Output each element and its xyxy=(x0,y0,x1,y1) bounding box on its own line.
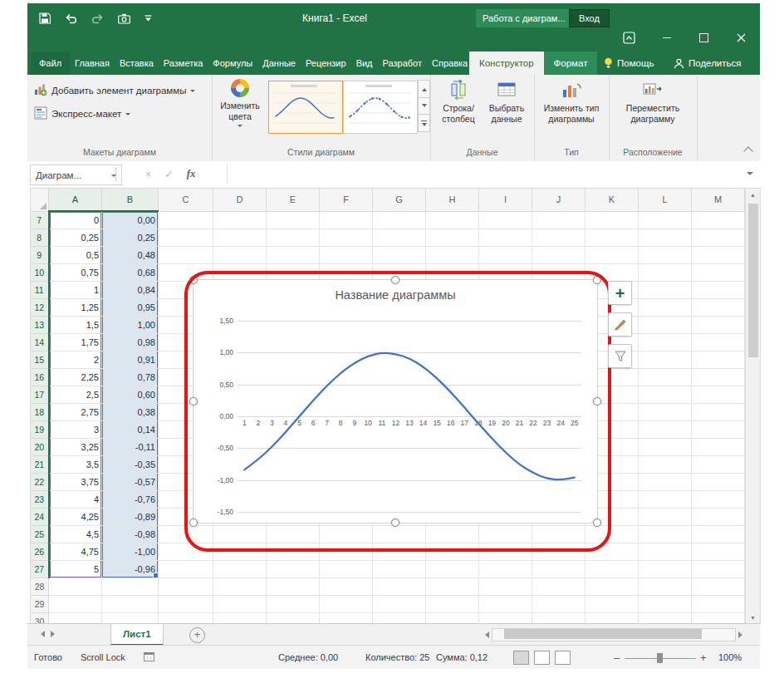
cell-A13[interactable]: 1,5 xyxy=(49,317,102,334)
select-all-corner[interactable] xyxy=(31,189,49,212)
cell-A15[interactable]: 2 xyxy=(49,351,102,369)
cell-I25[interactable] xyxy=(479,526,532,543)
view-page-layout-button[interactable] xyxy=(534,651,550,665)
cell-K9[interactable] xyxy=(586,247,639,264)
row-header-22[interactable]: 22 xyxy=(31,474,49,491)
cell-C28[interactable] xyxy=(159,578,213,596)
cell-G25[interactable] xyxy=(373,526,426,543)
status-sum[interactable]: Сумма: 0,12 xyxy=(436,652,488,662)
cell-I27[interactable] xyxy=(479,561,532,578)
cell-H7[interactable] xyxy=(426,211,479,229)
chart-resize-handle[interactable] xyxy=(189,519,198,527)
cell-L14[interactable] xyxy=(639,334,692,351)
sheet-tab-list1[interactable]: Лист1 xyxy=(110,624,164,646)
cell-L23[interactable] xyxy=(639,491,692,509)
cell-J25[interactable] xyxy=(532,526,586,543)
cell-K27[interactable] xyxy=(586,561,639,578)
help-button[interactable]: Помощь xyxy=(604,52,654,75)
scroll-left-icon[interactable] xyxy=(482,632,489,638)
row-header-16[interactable]: 16 xyxy=(31,369,49,386)
cell-E28[interactable] xyxy=(267,578,320,596)
cell-A9[interactable]: 0,5 xyxy=(49,247,102,264)
row-header-23[interactable]: 23 xyxy=(31,491,49,509)
cell-A16[interactable]: 2,25 xyxy=(49,369,102,386)
cell-L8[interactable] xyxy=(639,229,692,247)
row-header-15[interactable]: 15 xyxy=(31,351,49,369)
change-chart-type-button[interactable]: Изменить типдиаграммы xyxy=(539,79,604,124)
row-header-21[interactable]: 21 xyxy=(31,456,49,474)
vertical-scroll-thumb[interactable] xyxy=(748,204,758,357)
cell-M7[interactable] xyxy=(692,211,745,229)
chart-resize-handle[interactable] xyxy=(593,397,601,405)
zoom-in-button[interactable]: + xyxy=(700,651,707,664)
cell-K8[interactable] xyxy=(586,229,639,247)
cell-B16[interactable]: 0,78 xyxy=(102,369,159,386)
gallery-down-icon[interactable] xyxy=(418,97,430,116)
column-header-H[interactable]: H xyxy=(426,189,479,212)
cell-M22[interactable] xyxy=(692,474,745,491)
cell-A20[interactable]: 3,25 xyxy=(49,439,102,456)
tab-data[interactable]: Данные xyxy=(257,52,301,75)
cell-A23[interactable]: 4 xyxy=(49,491,102,509)
row-header-10[interactable]: 10 xyxy=(31,264,49,282)
cell-I26[interactable] xyxy=(479,543,532,561)
cell-F26[interactable] xyxy=(320,543,373,561)
chart-object[interactable]: Название диаграммы 1,501,000,500,00-0,50… xyxy=(193,279,598,523)
row-header-11[interactable]: 11 xyxy=(31,282,49,299)
cell-B29[interactable] xyxy=(102,596,159,613)
cell-M10[interactable] xyxy=(692,264,745,282)
row-header-28[interactable]: 28 xyxy=(31,578,49,596)
quick-layout-button[interactable]: Экспресс-макет xyxy=(34,105,130,123)
tab-design[interactable]: Конструктор xyxy=(469,52,544,75)
cell-L26[interactable] xyxy=(639,543,692,561)
select-data-button[interactable]: Выбратьданные xyxy=(483,79,530,124)
cell-J9[interactable] xyxy=(532,247,586,264)
cell-A29[interactable] xyxy=(49,596,102,613)
cell-H29[interactable] xyxy=(426,596,479,613)
row-header-26[interactable]: 26 xyxy=(31,543,49,561)
cell-B28[interactable] xyxy=(102,578,159,596)
cell-L17[interactable] xyxy=(639,386,692,404)
cell-I9[interactable] xyxy=(479,247,532,264)
column-header-B[interactable]: B xyxy=(102,189,159,212)
tab-formulas[interactable]: Формулы xyxy=(208,52,257,75)
cell-B23[interactable]: -0,76 xyxy=(102,491,159,509)
cell-M19[interactable] xyxy=(692,421,745,439)
cell-A18[interactable]: 2,75 xyxy=(49,404,102,421)
maximize-icon[interactable] xyxy=(685,25,723,50)
chart-style-1[interactable] xyxy=(268,81,343,134)
cell-C26[interactable] xyxy=(159,543,213,561)
cell-A10[interactable]: 0,75 xyxy=(49,264,102,282)
cell-M16[interactable] xyxy=(692,369,745,386)
cell-L7[interactable] xyxy=(639,211,692,229)
cancel-formula-icon[interactable]: × xyxy=(145,169,151,180)
add-sheet-button[interactable]: + xyxy=(189,627,205,643)
chart-elements-button[interactable]: + xyxy=(608,281,632,305)
column-header-M[interactable]: M xyxy=(692,189,745,212)
cell-M9[interactable] xyxy=(692,247,745,264)
cell-M24[interactable] xyxy=(692,509,745,526)
cell-B11[interactable]: 0,84 xyxy=(102,282,159,299)
column-header-D[interactable]: D xyxy=(213,189,267,212)
cell-K7[interactable] xyxy=(586,211,639,229)
cell-F25[interactable] xyxy=(320,526,373,543)
cell-G28[interactable] xyxy=(373,578,426,596)
cell-B24[interactable]: -0,89 xyxy=(102,509,159,526)
vertical-scrollbar[interactable]: ▲ ▼ xyxy=(745,188,761,625)
cell-J8[interactable] xyxy=(532,229,586,247)
cell-B20[interactable]: -0,11 xyxy=(102,439,159,456)
column-header-F[interactable]: F xyxy=(320,189,373,212)
row-header-19[interactable]: 19 xyxy=(31,421,49,439)
chart-title[interactable]: Название диаграммы xyxy=(194,288,597,302)
cell-G27[interactable] xyxy=(373,561,426,578)
cell-J27[interactable] xyxy=(532,561,586,578)
enter-formula-icon[interactable]: ✓ xyxy=(164,168,173,180)
scroll-up-icon[interactable]: ▲ xyxy=(750,189,756,201)
cell-J28[interactable] xyxy=(532,578,586,596)
tab-view[interactable]: Вид xyxy=(351,52,378,75)
cell-D27[interactable] xyxy=(213,561,267,578)
row-header-20[interactable]: 20 xyxy=(31,439,49,456)
tab-developer[interactable]: Разработ xyxy=(378,52,427,75)
cell-B21[interactable]: -0,35 xyxy=(102,456,159,474)
cell-M17[interactable] xyxy=(692,386,745,404)
